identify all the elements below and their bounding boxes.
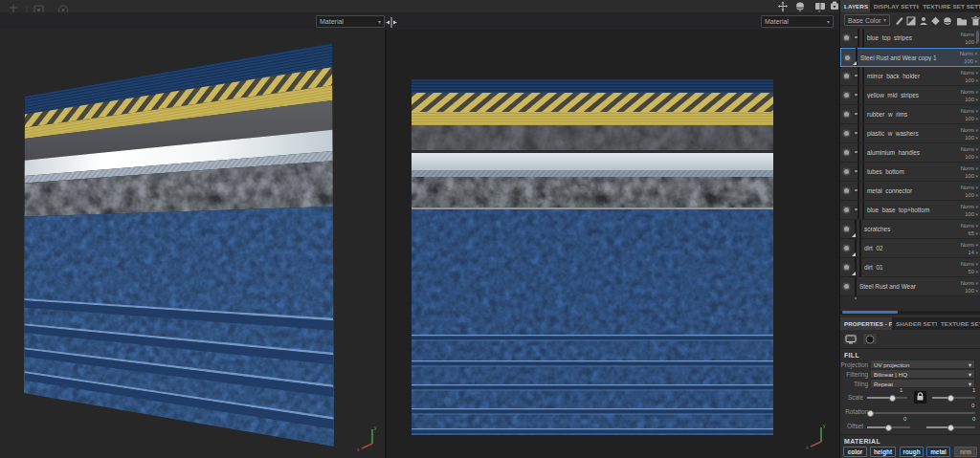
layer-opacity-dropdown[interactable]: 100 ▾	[964, 58, 977, 64]
add-fill-layer-icon[interactable]	[907, 17, 915, 25]
layer-thumbnail[interactable]	[855, 239, 857, 257]
visibility-eye-icon[interactable]	[844, 284, 849, 289]
visibility-eye-icon[interactable]	[844, 265, 849, 270]
left-viewport-mode-dropdown[interactable]: Material ▾	[316, 15, 385, 28]
filtering-dropdown[interactable]: Bilinear | HQ ▾	[870, 369, 975, 379]
channel-metal-button[interactable]: metal	[926, 447, 950, 457]
layer-blend-dropdown[interactable]: Norm ▾	[961, 146, 978, 152]
layer-mask-thumbnail[interactable]	[862, 143, 864, 162]
layer-row[interactable]: blue_base_top+bottom Norm ▾ 100 ▾	[840, 201, 980, 220]
layer-thumbnail[interactable]	[858, 201, 859, 219]
layer-thumbnail[interactable]	[858, 124, 859, 142]
layer-row[interactable]: metal_connector Norm ▾ 100 ▾	[840, 182, 980, 201]
add-smart-material-icon[interactable]	[920, 17, 927, 25]
layer-thumbnail[interactable]	[856, 48, 858, 66]
layer-blend-dropdown[interactable]: Norm ▾	[961, 185, 978, 190]
layer-row[interactable]: blue_top_stripes Norm ▾ 100 ▾	[840, 29, 980, 48]
layer-blend-dropdown[interactable]: Norm ▾	[961, 280, 978, 286]
layer-blend-dropdown[interactable]: Norm ▾	[961, 70, 978, 76]
channel-color-button[interactable]: color	[843, 447, 867, 457]
layer-thumbnail[interactable]	[858, 163, 859, 181]
channel-height-button[interactable]: height	[870, 447, 896, 457]
add-generator-icon[interactable]	[944, 17, 951, 25]
layer-blend-dropdown[interactable]: Norm ▾	[961, 89, 978, 95]
layer-thumbnail[interactable]	[858, 67, 859, 85]
layer-mask-thumbnail[interactable]	[862, 163, 864, 181]
layer-thumbnail[interactable]	[858, 143, 859, 162]
tab-shader-settings[interactable]: SHADER SETTI...	[892, 317, 937, 330]
layer-opacity-dropdown[interactable]: 100 ▾	[965, 192, 978, 198]
layer-row[interactable]: rubber_w_rims Norm ▾ 100 ▾	[840, 105, 980, 124]
layers-vertical-scrollbar[interactable]	[976, 31, 979, 42]
layer-row[interactable]: dirt_01 Norm ▾ 50 ▾	[840, 258, 980, 277]
layer-thumbnail[interactable]	[858, 86, 859, 104]
visibility-eye-icon[interactable]	[844, 150, 849, 155]
layer-thumbnail[interactable]	[858, 182, 859, 200]
camera-icon[interactable]	[831, 2, 838, 10]
tab-texture-set-settings[interactable]: TEXTURE SET SETTINGS	[919, 0, 980, 12]
layer-blend-dropdown[interactable]: Norm ▾	[961, 165, 978, 171]
layer-mask-thumbnail[interactable]	[862, 67, 864, 85]
layer-opacity-dropdown[interactable]: 100 ▾	[965, 211, 978, 217]
layers-horizontal-scrollbar[interactable]	[842, 311, 898, 314]
scale-link-lock-button[interactable]	[913, 390, 927, 404]
visibility-eye-icon[interactable]	[844, 227, 849, 231]
layer-blend-dropdown[interactable]: Norm ▾	[961, 204, 978, 209]
layer-opacity-dropdown[interactable]: 100 ▾	[965, 97, 978, 102]
layer-thumbnail[interactable]	[855, 277, 857, 295]
layer-opacity-dropdown[interactable]: 100 ▾	[965, 77, 978, 83]
layer-row[interactable]: yellow_mid_stripes Norm ▾ 100 ▾	[840, 86, 980, 105]
visibility-eye-icon[interactable]	[844, 169, 849, 174]
layer-opacity-dropdown[interactable]: 100 ▾	[965, 288, 978, 294]
layer-opacity-dropdown[interactable]: 100 ▾	[965, 116, 978, 121]
delete-layer-icon[interactable]	[971, 17, 980, 26]
layer-blend-dropdown[interactable]: Norm ▾	[960, 51, 977, 56]
add-folder-icon[interactable]	[957, 18, 967, 26]
tab-texture-set[interactable]: TEXTURE SET ...	[937, 317, 980, 330]
layer-mask-thumbnail[interactable]	[862, 124, 864, 142]
layer-row[interactable]: dirt_02 Norm ▾ 14 ▾	[840, 239, 980, 258]
visibility-eye-icon[interactable]	[844, 74, 849, 78]
visibility-eye-icon[interactable]	[844, 93, 849, 98]
visibility-eye-icon[interactable]	[844, 131, 849, 136]
rotation-slider[interactable]	[867, 412, 975, 414]
channel-nrm-button[interactable]: nrm	[954, 447, 977, 457]
visibility-eye-icon[interactable]	[844, 207, 849, 212]
offset-x-slider[interactable]	[867, 426, 910, 428]
right-viewport-mode-dropdown[interactable]: Material ▾	[761, 15, 834, 28]
visibility-eye-icon[interactable]	[844, 188, 849, 193]
viewport-splitter-icon[interactable]	[384, 16, 399, 29]
tiling-dropdown[interactable]: Repeat ▾	[870, 379, 975, 388]
layer-mask-thumbnail[interactable]	[862, 201, 864, 219]
add-effect-icon[interactable]	[931, 17, 939, 25]
layer-row[interactable]: tubes_bottom Norm ▾ 100 ▾	[840, 163, 980, 182]
layer-blend-dropdown[interactable]: Norm ▾	[961, 261, 978, 267]
layer-row[interactable]: Steel Rust and Wear Norm ▾ 100 ▾	[840, 277, 980, 296]
layer-row[interactable]: Steel Rust and Wear copy 1 Norm ▾ 100 ▾	[840, 48, 980, 67]
layer-blend-dropdown[interactable]: Norm ▾	[961, 127, 978, 133]
layer-blend-dropdown[interactable]: Norm ▾	[961, 108, 978, 114]
add-paint-layer-icon[interactable]	[896, 17, 903, 25]
sphere-preview-button[interactable]	[862, 333, 878, 345]
layer-row[interactable]: scratches Norm ▾ 65 ▾	[840, 220, 980, 239]
layer-opacity-dropdown[interactable]: 50 ▾	[968, 269, 978, 274]
visibility-eye-icon[interactable]	[844, 112, 849, 117]
tab-layers[interactable]: LAYERS ×	[840, 0, 870, 12]
visibility-eye-icon[interactable]	[845, 55, 850, 60]
offset-y-slider[interactable]	[926, 426, 975, 428]
layer-thumbnail[interactable]	[858, 29, 859, 47]
material-mode-button[interactable]	[843, 333, 858, 345]
layer-opacity-dropdown[interactable]: 65 ▾	[968, 230, 978, 236]
layer-thumbnail[interactable]	[858, 105, 859, 123]
layer-opacity-dropdown[interactable]: 100 ▾	[965, 154, 978, 160]
layer-mask-thumbnail[interactable]	[862, 105, 864, 123]
scale-x-slider[interactable]	[867, 397, 907, 399]
tab-properties-fill[interactable]: PROPERTIES - F... ×	[840, 317, 892, 330]
layer-blend-dropdown[interactable]: Norm ▾	[961, 223, 978, 229]
layer-mask-thumbnail[interactable]	[859, 220, 861, 238]
channel-rough-button[interactable]: rough	[900, 447, 924, 457]
layer-mask-thumbnail[interactable]	[859, 239, 861, 257]
layer-mask-thumbnail[interactable]	[859, 258, 861, 276]
layer-blend-dropdown[interactable]: Norm ▾	[961, 242, 978, 248]
layer-opacity-dropdown[interactable]: 100 ▾	[965, 173, 978, 179]
